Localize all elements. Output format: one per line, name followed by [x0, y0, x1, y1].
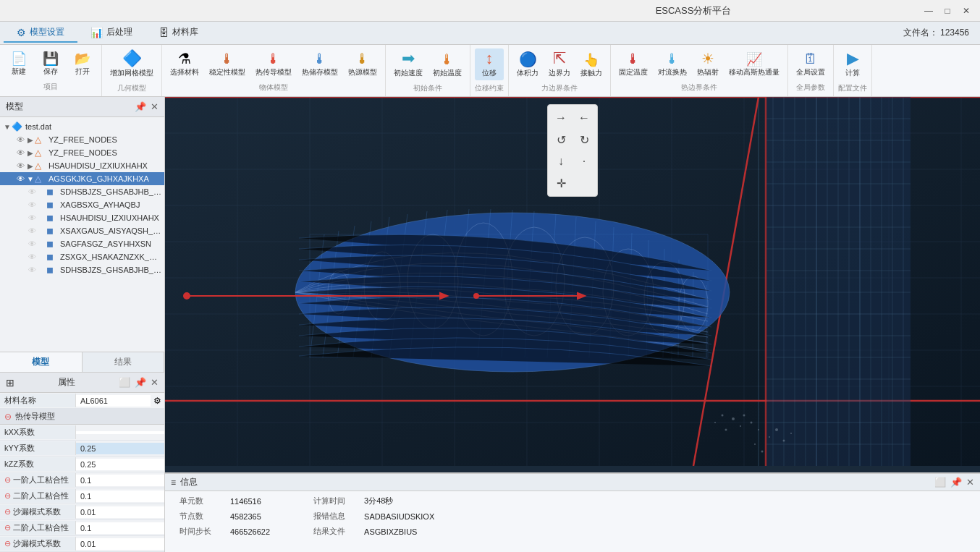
toolbar-group-config: ▶ 计算 配置文件 — [834, 45, 872, 96]
body-force-label: 体积力 — [517, 68, 538, 78]
tree-root[interactable]: ▼ 🔷 test.dat — [0, 120, 164, 133]
props-close-icon[interactable]: ✕ — [151, 377, 159, 388]
elements-label: 单元数 — [179, 496, 223, 506]
kxx-row: kXX系数 — [0, 425, 164, 441]
fixed-temp-button[interactable]: 🌡 固定温度 — [615, 49, 651, 80]
init-temperature-icon: 🌡 — [440, 52, 455, 67]
svg-point-92 — [758, 429, 759, 430]
hourglass-1-value[interactable]: 0.01 — [76, 506, 164, 518]
list-item[interactable]: 👁 ▶ △ HSAUHDISU_IZXIUXHAHX — [0, 159, 164, 172]
material-gear-icon[interactable]: ⚙ — [151, 394, 164, 407]
info-elements-row: 单元数 1146516 — [179, 496, 270, 506]
heat-conduction-section-icon[interactable]: ⊖ — [4, 412, 12, 422]
props-header-icon: ⊞ — [6, 377, 14, 388]
heat-storage-button[interactable]: 🌡 热储存模型 — [298, 49, 342, 80]
kyy-value[interactable]: 0.25 — [76, 443, 164, 454]
list-item[interactable]: 👁 ◼ SDHSBJZS_GHSABJHB_ZAHU — [0, 263, 164, 276]
save-button[interactable]: 💾 保存 — [36, 50, 65, 79]
list-item[interactable]: 👁 ▶ △ YZ_FREE_NODES — [0, 133, 164, 146]
list-item[interactable]: 👁 ▼ △ AGSGKJKG_GJHXAJKHXA — [0, 172, 164, 185]
init-velocity-button[interactable]: ➡ 初始速度 — [390, 48, 426, 80]
panel-close-icon[interactable]: ✕ — [151, 101, 159, 112]
vt-arrow-down-btn[interactable]: ↓ — [551, 151, 571, 171]
list-item[interactable]: 👁 ◼ XAGBSXG_AYHAQBJ — [0, 198, 164, 211]
vt-arrow-right-btn[interactable]: → — [551, 108, 571, 128]
material-name-label: 材料名称 — [0, 394, 76, 407]
stability-model-button[interactable]: 🌡 稳定性模型 — [206, 49, 249, 80]
boundary-force-button[interactable]: ⇱ 边界力 — [545, 48, 574, 80]
list-item[interactable]: 👁 ▶ △ YZ_FREE_NODES — [0, 146, 164, 159]
displacement-label: 位移 — [482, 68, 497, 78]
init-velocity-icon: ➡ — [402, 51, 415, 67]
init-temperature-button[interactable]: 🌡 初始温度 — [429, 50, 465, 80]
menu-tab-model-setup[interactable]: ⚙ 模型设置 — [4, 23, 77, 43]
item-icon: △ — [35, 161, 46, 171]
close-button[interactable]: ✕ — [960, 4, 973, 17]
list-item[interactable]: 👁 ◼ SAGFASGZ_ASYHHXSN — [0, 237, 164, 250]
tab-model[interactable]: 模型 — [0, 352, 83, 372]
calctime-label: 计算时间 — [313, 496, 357, 506]
info-window-icon[interactable]: ⬜ — [934, 477, 946, 488]
resultfile-label: 结果文件 — [313, 526, 357, 537]
new-label: 新建 — [12, 67, 26, 77]
file-name-label: 文件名： 123456 — [903, 27, 976, 39]
vt-arrow-left-btn[interactable]: ← — [574, 108, 594, 128]
hourglass-2-value[interactable]: 0.01 — [76, 538, 164, 550]
add-mesh-button[interactable]: 🔷 增加网格模型 — [106, 48, 157, 80]
convection-button[interactable]: 🌡 对流换热 — [654, 49, 690, 80]
props-pin-icon[interactable]: 📌 — [135, 377, 146, 388]
heat-source-button[interactable]: 🌡 热源模型 — [345, 49, 381, 80]
toolbar-group-displacement: ↕ 位移 位移约束 — [470, 45, 509, 96]
list-item[interactable]: 👁 ◼ SDHSBJZS_GHSABJHB_ZAHU — [0, 185, 164, 198]
toolbar: 📄 新建 💾 保存 📂 打开 项目 🔷 增加网格模型 几何模型 — [0, 45, 980, 97]
item-icon: ◼ — [46, 200, 58, 210]
global-settings-button[interactable]: 🗓 全局设置 — [793, 49, 829, 80]
art-viscosity-3-value[interactable]: 0.1 — [76, 522, 164, 534]
vt-placeholder-btn[interactable]: · — [574, 151, 594, 171]
toolbar-group-thermal-boundary: 🌡 固定温度 🌡 对流换热 ☀ 热辐射 📈 移动高斯热通量 热边界条件 — [611, 45, 788, 96]
heat-conduction-button[interactable]: 🌡 热传导模型 — [252, 49, 295, 80]
kxx-label: kXX系数 — [0, 425, 76, 439]
list-item[interactable]: 👁 ◼ ZSXGX_HSAKAZNZXK_AHASX — [0, 250, 164, 263]
minimize-button[interactable]: — — [922, 4, 935, 17]
list-item[interactable]: 👁 ◼ XSAXGAUS_AISYAQSH_ASHX — [0, 224, 164, 237]
menu-tab-post-process[interactable]: 📊 后处理 — [77, 23, 145, 43]
body-force-button[interactable]: 🔵 体积力 — [513, 50, 542, 80]
open-button[interactable]: 📂 打开 — [68, 50, 97, 79]
tab-result[interactable]: 结果 — [83, 352, 165, 372]
compute-button[interactable]: ▶ 计算 — [838, 48, 867, 80]
viewport[interactable]: → ← ↺ ↻ ↓ · ✛ — [165, 97, 980, 472]
art-viscosity-2-value[interactable]: 0.1 — [76, 491, 164, 502]
main-area: 模型 📌 ✕ ▼ 🔷 test.dat 👁 ▶ △ YZ_F — [0, 97, 980, 552]
radiation-button[interactable]: ☀ 热辐射 — [693, 49, 722, 80]
svg-point-91 — [751, 422, 753, 424]
info-pin-icon[interactable]: 📌 — [950, 477, 962, 488]
displacement-button[interactable]: ↕ 位移 — [475, 48, 504, 80]
moving-heat-button[interactable]: 📈 移动高斯热通量 — [725, 51, 783, 80]
vt-rotate-right-btn[interactable]: ↻ — [574, 129, 594, 150]
vt-rotate-left-btn[interactable]: ↺ — [551, 129, 571, 150]
maximize-button[interactable]: □ — [941, 4, 954, 17]
contact-force-button[interactable]: 👆 接触力 — [577, 51, 606, 80]
kzz-value[interactable]: 0.25 — [76, 459, 164, 470]
material-name-value[interactable]: AL6061 — [76, 395, 151, 407]
pin-icon[interactable]: 📌 — [135, 101, 146, 112]
kxx-value[interactable] — [76, 431, 164, 434]
select-material-button[interactable]: ⚗ 选择材料 — [166, 49, 203, 80]
art-viscosity-1-row: ⊖ 一阶人工粘合性 0.1 — [0, 472, 164, 488]
boundary-force-label: 边界力 — [549, 68, 570, 78]
model-result-tabs: 模型 结果 — [0, 352, 164, 372]
props-window-icon[interactable]: ⬜ — [119, 377, 130, 388]
item-icon: ◼ — [46, 265, 58, 275]
contact-force-icon: 👆 — [583, 54, 599, 67]
new-button[interactable]: 📄 新建 — [4, 50, 33, 79]
info-close-icon[interactable]: ✕ — [966, 477, 974, 488]
art-viscosity-2-row: ⊖ 二阶人工粘合性 0.1 — [0, 488, 164, 504]
viewport-toolbar-row1: → ← — [551, 108, 594, 128]
menu-tab-materials[interactable]: 🗄 材料库 — [145, 23, 211, 43]
list-item[interactable]: 👁 ◼ HSAUHDISU_IZXIUXHAHX — [0, 211, 164, 224]
physics-group-label: 物体模型 — [259, 82, 288, 93]
vt-center-btn[interactable]: ✛ — [551, 173, 571, 193]
item-icon: △ — [35, 174, 46, 184]
art-viscosity-1-value[interactable]: 0.1 — [76, 475, 164, 486]
